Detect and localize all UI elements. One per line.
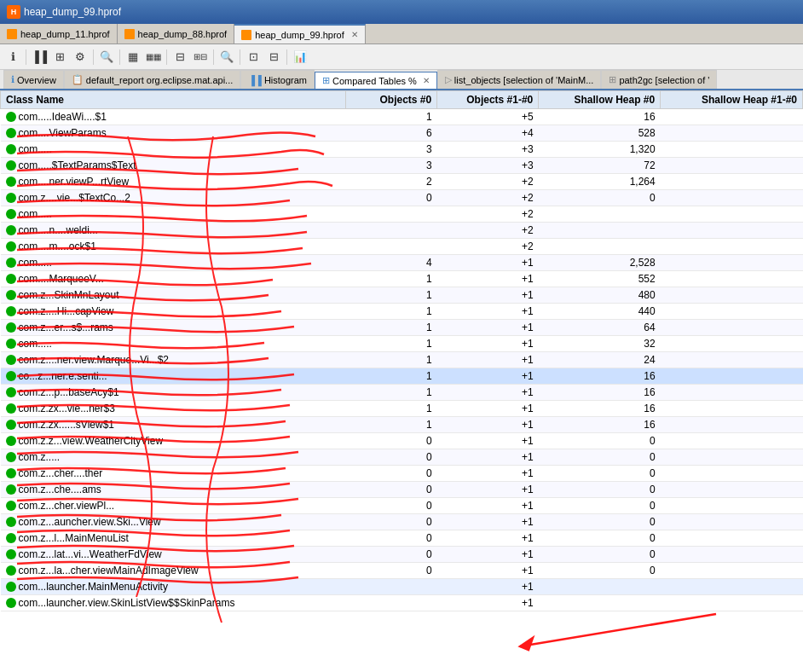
- title-bar: H heap_dump_99.hprof: [0, 0, 803, 24]
- table-row[interactable]: com.z...la...cher.viewMainAdImageView0+1…: [1, 563, 803, 579]
- class-name-text: com.z...la...cher.viewMainAdImageView: [19, 565, 199, 576]
- table-row[interactable]: com.z....Hi...capView1+1440: [1, 304, 803, 320]
- search-button[interactable]: 🔍: [97, 48, 116, 67]
- table-row[interactable]: com.z....vie...$TextCo...20+20: [1, 190, 803, 206]
- table-row[interactable]: com.z...l...MainMenuList0+10: [1, 530, 803, 547]
- class-icon: [6, 355, 16, 365]
- table-row[interactable]: com.z.z...view.WeatherCityView0+10: [1, 433, 803, 449]
- cell-shallow0: 480: [539, 287, 661, 304]
- class-name-cell: com....m....ock$1: [1, 239, 346, 255]
- class-icon: [6, 565, 16, 576]
- close-icon[interactable]: ✕: [351, 30, 358, 39]
- class-name-cell: com.z.....: [1, 449, 346, 466]
- cell-shallow0: 528: [539, 125, 661, 142]
- table-row[interactable]: com.z...cher.viewPl...0+10: [1, 498, 803, 514]
- tab-compare-close[interactable]: ✕: [423, 76, 430, 85]
- chart-button[interactable]: 📊: [291, 48, 309, 67]
- file-tab-icon-2: [241, 30, 251, 40]
- table-row[interactable]: com....MarqueeV...1+1552: [1, 271, 803, 287]
- tab-histogram[interactable]: ▐▐ Histogram: [240, 70, 315, 89]
- class-name-cell: com.z...p...baseAcy$1: [1, 385, 346, 401]
- class-icon: [6, 112, 16, 122]
- col-class-name[interactable]: Class Name: [1, 91, 346, 109]
- class-name-cell: com.z...SkinMnLayout: [1, 287, 346, 304]
- table-row[interactable]: com....ViewParams6+4528: [1, 125, 803, 142]
- cell-obj1: +1: [437, 530, 539, 547]
- tab-overview[interactable]: ℹ Overview: [3, 70, 64, 89]
- minus-button[interactable]: ⊟: [170, 48, 189, 67]
- table-row[interactable]: com.....$TextParams$Text3+372: [1, 158, 803, 174]
- file-tab-0[interactable]: heap_dump_11.hprof: [0, 24, 118, 43]
- zoom-button[interactable]: 🔍: [217, 48, 236, 67]
- table-row[interactable]: com.z...p...baseAcy$11+116: [1, 385, 803, 401]
- table-row[interactable]: com...launcher.view.SkinListView$$SkinPa…: [1, 595, 803, 611]
- compare-button[interactable]: ▦▦: [144, 48, 163, 67]
- col-shallow-0[interactable]: Shallow Heap #0: [539, 91, 661, 109]
- table-row[interactable]: com.z...che....ams0+10: [1, 482, 803, 498]
- plus-minus-button[interactable]: ⊞⊟: [191, 48, 210, 67]
- file-tab-icon-1: [124, 29, 135, 39]
- cell-obj1: +4: [437, 125, 539, 142]
- col-objects-0[interactable]: Objects #0: [345, 91, 436, 109]
- class-icon: [6, 290, 16, 300]
- cell-shallow1: [661, 190, 803, 206]
- table-container[interactable]: Class Name Objects #0 Objects #1-#0 Shal…: [0, 90, 803, 672]
- table-row[interactable]: com.z.zx......sView$11+116: [1, 417, 803, 433]
- table-button[interactable]: ▦: [124, 48, 142, 67]
- cell-shallow1: [661, 206, 803, 223]
- cell-shallow1: [661, 466, 803, 482]
- table-row[interactable]: com.z...auncher.view.Ski...View0+10: [1, 514, 803, 530]
- table-row[interactable]: com.....IdeaWi....$11+516: [1, 109, 803, 125]
- settings-button[interactable]: ⚙: [71, 48, 90, 67]
- cell-shallow0: 16: [539, 401, 661, 417]
- class-name-text: com.z...er...s$...rams: [19, 322, 113, 333]
- table-row[interactable]: com.....3+31,320: [1, 142, 803, 158]
- cell-shallow1: [661, 579, 803, 595]
- table-row[interactable]: com.z.zx...vie...ner$31+116: [1, 401, 803, 417]
- tab-list-objects[interactable]: ▷ list_objects [selection of 'MainM...: [437, 70, 602, 89]
- table-row[interactable]: com.z.....0+10: [1, 449, 803, 466]
- table-row[interactable]: com.z....ner.view.Marque...Vi...$21+124: [1, 352, 803, 368]
- filter-button[interactable]: ⊟: [264, 48, 283, 67]
- table-row[interactable]: com....n....weldi...+2: [1, 223, 803, 239]
- table-row[interactable]: com....ner.viewP...rtView2+21,264: [1, 174, 803, 190]
- info-button[interactable]: ℹ: [3, 48, 22, 67]
- tab-path2gc[interactable]: ⊞ path2gc [selection of ': [601, 70, 717, 89]
- col-shallow-diff[interactable]: Shallow Heap #1-#0: [661, 91, 803, 109]
- histogram-button[interactable]: ▐▐: [30, 48, 49, 67]
- file-tab-icon-0: [7, 29, 17, 39]
- tab-compared-tables[interactable]: ⊞ Compared Tables % ✕: [315, 72, 437, 90]
- cell-obj1: +1: [437, 433, 539, 449]
- tab-list-icon: ▷: [445, 74, 452, 85]
- tab-compare-label: Compared Tables %: [332, 76, 417, 86]
- class-name-text: com.z...auncher.view.Ski...View: [19, 516, 161, 528]
- class-icon: [6, 501, 16, 511]
- cell-shallow0: 0: [539, 466, 661, 482]
- table-row[interactable]: com.....4+12,528: [1, 255, 803, 271]
- col-objects-diff[interactable]: Objects #1-#0: [437, 91, 539, 109]
- table-row[interactable]: com....m....ock$1+2: [1, 239, 803, 255]
- table-row[interactable]: com.z...er...s$...rams1+164: [1, 320, 803, 336]
- table-row[interactable]: com.....1+132: [1, 336, 803, 352]
- class-name-cell: com.....: [1, 206, 346, 223]
- table-row[interactable]: com.z...SkinMnLayout1+1480: [1, 287, 803, 304]
- cell-shallow0: 16: [539, 417, 661, 433]
- table-row[interactable]: com.z...lat...vi...WeatherFdView0+10: [1, 547, 803, 563]
- file-tab-2[interactable]: heap_dump_99.hprof ✕: [234, 24, 366, 43]
- cell-obj0: 0: [345, 466, 436, 482]
- grid-button[interactable]: ⊞: [50, 48, 69, 67]
- cell-shallow1: [661, 109, 803, 125]
- cell-obj1: +2: [437, 239, 539, 255]
- table-row[interactable]: com.....+2: [1, 206, 803, 223]
- table-row[interactable]: com...launcher.MainMenuActivity+1: [1, 579, 803, 595]
- toolbar-sep-1: [26, 49, 26, 65]
- class-icon: [6, 549, 16, 559]
- file-tab-1[interactable]: heap_dump_88.hprof: [118, 24, 235, 43]
- class-icon: [6, 436, 16, 446]
- class-icon: [6, 128, 16, 138]
- table-row[interactable]: com.z...cher....ther0+10: [1, 466, 803, 482]
- layout-button[interactable]: ⊡: [244, 48, 263, 67]
- table-row[interactable]: co...z...ner.e.senti...1+116: [1, 368, 803, 385]
- view-tabs: ℹ Overview 📋 default_report org.eclipse.…: [0, 70, 803, 90]
- tab-default-report[interactable]: 📋 default_report org.eclipse.mat.api...: [64, 70, 240, 89]
